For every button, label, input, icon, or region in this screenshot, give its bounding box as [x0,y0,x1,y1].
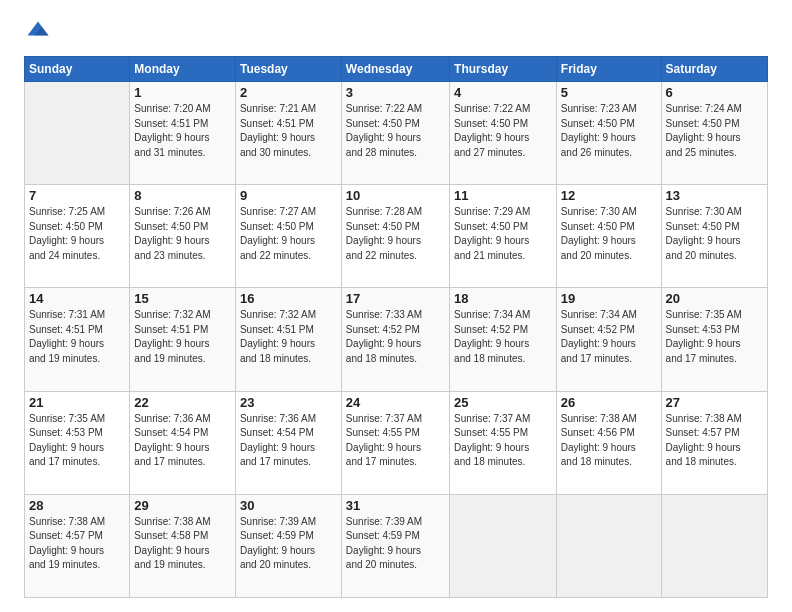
calendar-day-cell: 10Sunrise: 7:28 AMSunset: 4:50 PMDayligh… [341,185,449,288]
day-number: 1 [134,85,231,100]
sunset-text: Sunset: 4:50 PM [561,220,657,235]
daylight-text-2: and 17 minutes. [134,455,231,470]
daylight-text: Daylight: 9 hours [134,337,231,352]
sunset-text: Sunset: 4:50 PM [346,220,445,235]
sunset-text: Sunset: 4:54 PM [134,426,231,441]
daylight-text-2: and 27 minutes. [454,146,552,161]
day-info: Sunrise: 7:39 AMSunset: 4:59 PMDaylight:… [240,515,337,573]
calendar-day-cell: 4Sunrise: 7:22 AMSunset: 4:50 PMDaylight… [450,82,557,185]
daylight-text: Daylight: 9 hours [134,544,231,559]
daylight-text: Daylight: 9 hours [346,131,445,146]
day-info: Sunrise: 7:38 AMSunset: 4:57 PMDaylight:… [29,515,125,573]
daylight-text: Daylight: 9 hours [666,234,763,249]
calendar-day-cell: 25Sunrise: 7:37 AMSunset: 4:55 PMDayligh… [450,391,557,494]
sunset-text: Sunset: 4:52 PM [561,323,657,338]
day-info: Sunrise: 7:22 AMSunset: 4:50 PMDaylight:… [454,102,552,160]
sunrise-text: Sunrise: 7:35 AM [29,412,125,427]
sunrise-text: Sunrise: 7:30 AM [666,205,763,220]
day-info: Sunrise: 7:38 AMSunset: 4:56 PMDaylight:… [561,412,657,470]
day-number: 30 [240,498,337,513]
day-number: 12 [561,188,657,203]
sunrise-text: Sunrise: 7:32 AM [240,308,337,323]
page: SundayMondayTuesdayWednesdayThursdayFrid… [0,0,792,612]
sunset-text: Sunset: 4:50 PM [561,117,657,132]
day-info: Sunrise: 7:25 AMSunset: 4:50 PMDaylight:… [29,205,125,263]
day-number: 27 [666,395,763,410]
sunset-text: Sunset: 4:58 PM [134,529,231,544]
daylight-text-2: and 17 minutes. [666,352,763,367]
daylight-text: Daylight: 9 hours [134,131,231,146]
day-number: 8 [134,188,231,203]
day-number: 16 [240,291,337,306]
day-number: 9 [240,188,337,203]
daylight-text: Daylight: 9 hours [240,337,337,352]
daylight-text-2: and 18 minutes. [240,352,337,367]
sunrise-text: Sunrise: 7:35 AM [666,308,763,323]
daylight-text-2: and 31 minutes. [134,146,231,161]
sunset-text: Sunset: 4:51 PM [134,323,231,338]
sunrise-text: Sunrise: 7:22 AM [346,102,445,117]
sunset-text: Sunset: 4:51 PM [240,323,337,338]
calendar-day-cell: 21Sunrise: 7:35 AMSunset: 4:53 PMDayligh… [25,391,130,494]
day-info: Sunrise: 7:29 AMSunset: 4:50 PMDaylight:… [454,205,552,263]
daylight-text-2: and 22 minutes. [240,249,337,264]
calendar-day-cell: 12Sunrise: 7:30 AMSunset: 4:50 PMDayligh… [556,185,661,288]
day-of-week-header: Tuesday [235,57,341,82]
calendar-day-cell: 7Sunrise: 7:25 AMSunset: 4:50 PMDaylight… [25,185,130,288]
calendar-day-cell: 2Sunrise: 7:21 AMSunset: 4:51 PMDaylight… [235,82,341,185]
sunrise-text: Sunrise: 7:23 AM [561,102,657,117]
daylight-text-2: and 18 minutes. [561,455,657,470]
daylight-text-2: and 18 minutes. [346,352,445,367]
day-number: 14 [29,291,125,306]
calendar-day-cell: 24Sunrise: 7:37 AMSunset: 4:55 PMDayligh… [341,391,449,494]
day-info: Sunrise: 7:35 AMSunset: 4:53 PMDaylight:… [29,412,125,470]
day-number: 18 [454,291,552,306]
calendar-day-cell: 13Sunrise: 7:30 AMSunset: 4:50 PMDayligh… [661,185,767,288]
calendar-day-cell: 19Sunrise: 7:34 AMSunset: 4:52 PMDayligh… [556,288,661,391]
calendar-day-cell: 28Sunrise: 7:38 AMSunset: 4:57 PMDayligh… [25,494,130,597]
calendar-day-cell: 1Sunrise: 7:20 AMSunset: 4:51 PMDaylight… [130,82,236,185]
daylight-text: Daylight: 9 hours [561,234,657,249]
daylight-text: Daylight: 9 hours [240,544,337,559]
sunset-text: Sunset: 4:50 PM [29,220,125,235]
calendar-day-cell: 8Sunrise: 7:26 AMSunset: 4:50 PMDaylight… [130,185,236,288]
daylight-text-2: and 17 minutes. [561,352,657,367]
sunrise-text: Sunrise: 7:38 AM [29,515,125,530]
calendar-day-cell: 11Sunrise: 7:29 AMSunset: 4:50 PMDayligh… [450,185,557,288]
daylight-text: Daylight: 9 hours [561,131,657,146]
daylight-text-2: and 19 minutes. [134,558,231,573]
sunset-text: Sunset: 4:55 PM [346,426,445,441]
sunset-text: Sunset: 4:51 PM [134,117,231,132]
logo-icon [24,18,52,46]
daylight-text: Daylight: 9 hours [29,337,125,352]
daylight-text-2: and 21 minutes. [454,249,552,264]
day-number: 23 [240,395,337,410]
sunset-text: Sunset: 4:50 PM [134,220,231,235]
day-number: 26 [561,395,657,410]
day-of-week-header: Sunday [25,57,130,82]
day-info: Sunrise: 7:24 AMSunset: 4:50 PMDaylight:… [666,102,763,160]
sunrise-text: Sunrise: 7:22 AM [454,102,552,117]
sunset-text: Sunset: 4:50 PM [666,220,763,235]
day-number: 19 [561,291,657,306]
day-number: 28 [29,498,125,513]
daylight-text: Daylight: 9 hours [666,131,763,146]
day-number: 5 [561,85,657,100]
sunset-text: Sunset: 4:56 PM [561,426,657,441]
calendar-day-cell: 18Sunrise: 7:34 AMSunset: 4:52 PMDayligh… [450,288,557,391]
sunrise-text: Sunrise: 7:26 AM [134,205,231,220]
sunrise-text: Sunrise: 7:20 AM [134,102,231,117]
day-info: Sunrise: 7:31 AMSunset: 4:51 PMDaylight:… [29,308,125,366]
day-number: 4 [454,85,552,100]
sunset-text: Sunset: 4:59 PM [240,529,337,544]
daylight-text-2: and 19 minutes. [29,558,125,573]
sunrise-text: Sunrise: 7:37 AM [346,412,445,427]
daylight-text-2: and 17 minutes. [240,455,337,470]
calendar-day-cell: 30Sunrise: 7:39 AMSunset: 4:59 PMDayligh… [235,494,341,597]
day-info: Sunrise: 7:38 AMSunset: 4:57 PMDaylight:… [666,412,763,470]
sunrise-text: Sunrise: 7:36 AM [134,412,231,427]
daylight-text-2: and 22 minutes. [346,249,445,264]
calendar-day-cell: 14Sunrise: 7:31 AMSunset: 4:51 PMDayligh… [25,288,130,391]
day-of-week-header: Friday [556,57,661,82]
calendar-week-row: 21Sunrise: 7:35 AMSunset: 4:53 PMDayligh… [25,391,768,494]
